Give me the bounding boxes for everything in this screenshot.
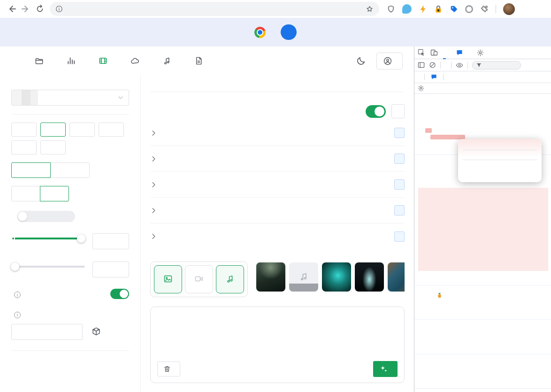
music-note-icon <box>298 272 309 282</box>
menu-item-store-global[interactable] <box>458 152 542 158</box>
console-message[interactable] <box>414 285 551 320</box>
forward-button[interactable] <box>19 2 33 16</box>
video-camera-icon <box>194 274 204 284</box>
adaptive-duration-switch[interactable] <box>17 211 75 222</box>
image-counter-button[interactable] <box>154 265 182 293</box>
back-button[interactable] <box>5 2 19 16</box>
resolution-button-720p[interactable] <box>40 186 69 201</box>
user-avatar-icon <box>383 57 392 65</box>
nav-item-records[interactable] <box>35 56 47 65</box>
slider-handle[interactable] <box>77 234 85 243</box>
clear-button[interactable] <box>157 361 180 377</box>
slider-handle[interactable] <box>11 262 19 271</box>
chrome-logo <box>254 27 266 38</box>
nav-item-audio[interactable] <box>162 56 175 65</box>
menu-item-copy-object[interactable] <box>458 142 542 148</box>
info-icon: i <box>14 312 21 318</box>
nav-item-video[interactable] <box>99 56 111 65</box>
generate-button[interactable] <box>373 361 398 377</box>
date-group-row[interactable] <box>150 172 405 198</box>
shield-extension-icon[interactable] <box>387 5 395 14</box>
seed-input[interactable] <box>11 324 83 340</box>
prompt-input[interactable] <box>157 313 398 353</box>
filter-input[interactable] <box>472 61 521 69</box>
lock-extension-icon[interactable] <box>434 5 443 14</box>
console-settings-gear-icon[interactable] <box>418 85 424 92</box>
prompt-box <box>150 307 405 383</box>
attachment-thumb-image3[interactable] <box>355 262 384 292</box>
refresh-button[interactable] <box>391 104 405 118</box>
nav-item-image[interactable] <box>130 56 143 65</box>
console-message[interactable] <box>414 320 551 354</box>
task-date-list <box>150 120 405 249</box>
ratio-button-21-9[interactable] <box>40 140 66 154</box>
site-info-icon[interactable] <box>55 5 63 13</box>
reload-button[interactable] <box>33 2 47 16</box>
ratio-button-1-1[interactable] <box>69 123 95 137</box>
ip-extension-icon[interactable] <box>402 4 412 14</box>
device-toolbar-icon[interactable] <box>430 49 438 56</box>
duration-slider[interactable] <box>11 234 85 243</box>
ratio-button-3-4[interactable] <box>11 140 37 154</box>
date-group-row[interactable] <box>150 198 405 223</box>
profile-avatar[interactable] <box>503 3 515 15</box>
audio-counter-button[interactable] <box>216 265 244 293</box>
moon-icon[interactable] <box>356 56 366 66</box>
admin-user-button[interactable] <box>376 53 403 69</box>
ratio-button-4-3[interactable] <box>99 123 124 137</box>
attachment-thumb-image1[interactable] <box>256 262 285 292</box>
ratio-button-16-9[interactable] <box>11 123 37 137</box>
bookmark-star-icon[interactable] <box>366 5 374 13</box>
video-counter-button[interactable] <box>185 265 213 293</box>
expanded-object[interactable] <box>418 188 548 271</box>
group-by-date-switch[interactable] <box>366 105 386 118</box>
ring-extension-icon[interactable] <box>465 5 473 13</box>
ratio-button-9-16[interactable] <box>40 123 66 137</box>
resolution-button-480p[interactable] <box>11 186 40 201</box>
attachment-thumb-audio1[interactable] <box>289 262 318 292</box>
attachment-thumb-image2[interactable] <box>322 262 351 292</box>
set-default-button[interactable] <box>281 24 297 40</box>
address-bar[interactable] <box>50 2 379 16</box>
sidebar-divider <box>11 114 129 115</box>
count-badge <box>394 179 405 190</box>
dock-sidebar-icon[interactable] <box>418 61 425 69</box>
eye-icon[interactable] <box>456 62 463 69</box>
extensions-puzzle-icon[interactable] <box>480 5 489 13</box>
tab-console[interactable] <box>443 46 446 59</box>
slider-rail <box>11 238 85 239</box>
inspect-element-icon[interactable] <box>418 49 425 56</box>
duration-input[interactable] <box>92 233 129 249</box>
sound-switch[interactable] <box>110 289 129 299</box>
clear-console-icon[interactable] <box>429 61 436 69</box>
count-slider[interactable] <box>11 262 85 271</box>
model-thumbnail-placeholder <box>12 90 38 105</box>
dice-icon[interactable] <box>91 327 101 337</box>
attachment-thumb-image4[interactable] <box>388 262 405 292</box>
nav-item-article[interactable] <box>194 56 207 65</box>
chevron-right-icon <box>150 233 157 240</box>
model-select[interactable] <box>11 90 129 106</box>
menu-item-collapse-children[interactable] <box>458 168 542 173</box>
seed-label: i <box>11 309 129 318</box>
lightning-extension-icon[interactable] <box>419 5 427 14</box>
menu-item-show-all[interactable] <box>458 173 542 179</box>
devtools-settings-gear-icon[interactable] <box>477 49 484 56</box>
nav-item-analytics[interactable] <box>67 56 79 65</box>
mode-button-firstlast[interactable] <box>50 162 90 178</box>
tag-extension-icon[interactable] <box>450 5 458 14</box>
count-input[interactable] <box>92 261 129 277</box>
date-group-row[interactable] <box>150 223 405 249</box>
sound-label: i <box>11 290 21 299</box>
header-right <box>356 53 403 69</box>
console-message[interactable] <box>414 389 551 392</box>
issues-link[interactable] <box>429 74 439 80</box>
console-message[interactable] <box>414 354 551 389</box>
menu-item-expand-recursively[interactable] <box>458 162 542 168</box>
date-group-row[interactable] <box>150 120 405 146</box>
toolbar-separator <box>451 62 452 69</box>
trash-icon <box>163 365 171 373</box>
mode-button-reference[interactable] <box>11 162 51 178</box>
date-group-row[interactable] <box>150 146 405 172</box>
console-messages-indicator[interactable] <box>456 50 464 56</box>
